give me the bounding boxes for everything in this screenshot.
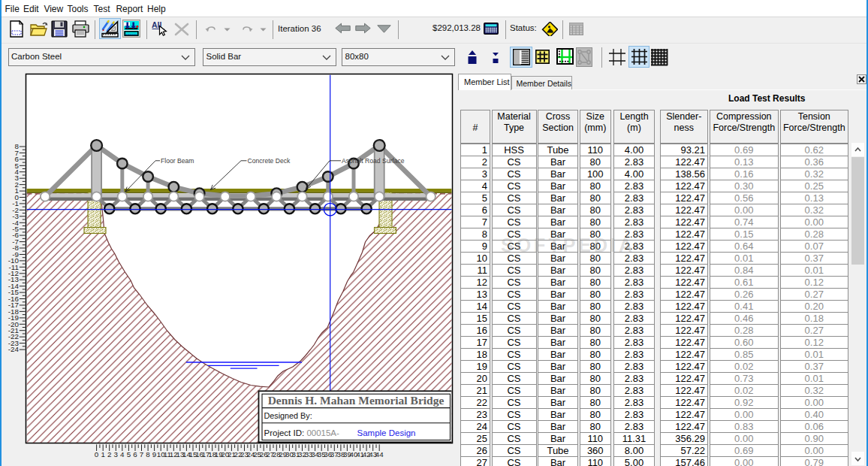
svg-text:Asphalt Road Surface: Asphalt Road Surface (342, 157, 405, 165)
svg-text:1: 1 (101, 450, 104, 458)
svg-text:3: 3 (114, 450, 119, 458)
svg-text:4: 4 (120, 450, 125, 458)
svg-text:Floor Beam: Floor Beam (161, 157, 194, 165)
svg-text:44: 44 (375, 450, 384, 458)
svg-text:5: 5 (127, 450, 131, 458)
svg-text:7: 7 (140, 450, 143, 458)
svg-text:Designed By:: Designed By: (264, 411, 312, 420)
svg-text:Concrete Deck: Concrete Deck (248, 157, 291, 165)
svg-text:9: 9 (152, 450, 156, 458)
svg-text:Dennis H. Mahan Memorial Bridg: Dennis H. Mahan Memorial Bridge (268, 394, 445, 407)
svg-text:6: 6 (133, 450, 137, 458)
svg-text:0: 0 (95, 450, 99, 458)
svg-text:2: 2 (107, 450, 111, 458)
svg-text:8: 8 (146, 450, 150, 458)
svg-text:8: 8 (15, 142, 20, 150)
